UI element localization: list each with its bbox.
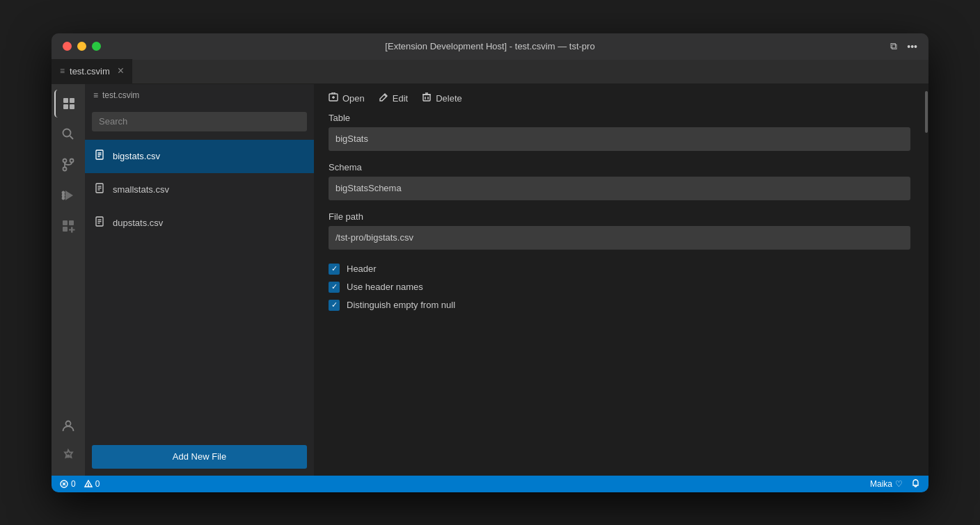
filepath-field: File path: [329, 211, 910, 250]
breadcrumb: ≡ test.csvim: [85, 84, 314, 106]
heart-icon: ♡: [895, 479, 903, 489]
add-new-file-button[interactable]: Add New File: [92, 445, 307, 469]
delete-icon: [422, 92, 432, 104]
sidebar-item-extensions[interactable]: [54, 212, 82, 240]
tab-close-button[interactable]: ×: [118, 65, 124, 77]
status-errors[interactable]: 0: [60, 479, 76, 489]
file-icon-dupstats: [95, 216, 106, 230]
schema-field: Schema: [329, 162, 910, 200]
file-name-dupstats: dupstats.csv: [113, 218, 163, 228]
sidebar-item-account[interactable]: [54, 412, 82, 439]
edit-icon: [379, 92, 388, 104]
sidebar-item-run[interactable]: [54, 181, 82, 209]
sidebar-item-source-control[interactable]: [54, 151, 82, 179]
tab-testcsvim[interactable]: ≡ test.csvim ×: [52, 59, 133, 83]
more-actions-icon[interactable]: •••: [907, 41, 917, 52]
file-list: bigstats.csv smallstats.csv: [85, 137, 314, 439]
search-container: [85, 106, 314, 137]
notification-icon: [911, 479, 920, 488]
open-label: Open: [342, 93, 365, 104]
table-input[interactable]: [329, 127, 910, 151]
file-name-bigstats: bigstats.csv: [113, 151, 160, 161]
svg-marker-10: [65, 191, 73, 200]
main-layout: ≡ test.csvim: [52, 84, 928, 476]
svg-rect-0: [63, 98, 68, 103]
checkbox-empty-box[interactable]: ✓: [329, 300, 340, 311]
checkboxes-section: ✓ Header ✓ Use header names ✓ Distinguis…: [315, 264, 924, 311]
svg-point-45: [88, 485, 88, 486]
split-editor-icon[interactable]: ⧉: [890, 40, 897, 52]
status-warnings[interactable]: 0: [84, 479, 100, 489]
error-icon: [60, 480, 68, 488]
close-button[interactable]: [63, 42, 72, 51]
open-action[interactable]: Open: [329, 92, 365, 104]
sidebar: ≡ test.csvim: [85, 84, 315, 476]
statusbar: 0 0 Maika ♡: [52, 476, 928, 492]
maximize-button[interactable]: [92, 42, 101, 51]
schema-label: Schema: [329, 162, 910, 172]
svg-rect-14: [63, 220, 68, 225]
file-item-dupstats[interactable]: dupstats.csv: [85, 207, 314, 240]
statusbar-left: 0 0: [60, 479, 100, 489]
open-icon: [329, 92, 338, 104]
file-icon-smallstats: [95, 183, 106, 197]
vscode-window: [Extension Development Host] - test.csvi…: [52, 33, 928, 492]
search-input[interactable]: [92, 112, 307, 131]
user-name: Maika: [870, 479, 892, 489]
svg-point-7: [70, 159, 74, 162]
edit-action[interactable]: Edit: [379, 92, 408, 104]
activity-bar-bottom: [54, 412, 82, 470]
checkbox-header-names-box[interactable]: ✓: [329, 282, 340, 293]
checkbox-header-label: Header: [347, 264, 377, 274]
delete-action[interactable]: Delete: [422, 92, 462, 104]
svg-point-13: [63, 197, 65, 199]
svg-rect-2: [63, 104, 68, 109]
status-notifications[interactable]: [911, 479, 920, 488]
svg-point-4: [63, 129, 71, 136]
checkbox-empty-check: ✓: [331, 300, 338, 309]
tab-file-icon: ≡: [60, 66, 65, 76]
checkbox-empty-label: Distinguish empty from null: [347, 300, 455, 310]
svg-point-8: [63, 167, 67, 170]
sidebar-item-explorer[interactable]: [54, 90, 82, 118]
checkbox-header-names-label: Use header names: [347, 282, 423, 292]
tabbar: ≡ test.csvim ×: [52, 60, 928, 84]
scrollbar-track[interactable]: [924, 84, 928, 476]
content-area: Open Edit: [315, 84, 924, 476]
file-icon-bigstats: [95, 150, 106, 163]
file-name-smallstats: smallstats.csv: [113, 184, 169, 195]
minimize-button[interactable]: [77, 42, 86, 51]
file-item-bigstats[interactable]: bigstats.csv: [85, 140, 314, 173]
scrollbar-thumb[interactable]: [925, 91, 928, 133]
checkbox-header[interactable]: ✓ Header: [329, 264, 910, 275]
svg-point-18: [67, 454, 70, 458]
table-label: Table: [329, 113, 910, 123]
svg-point-11: [63, 191, 65, 193]
breadcrumb-label: test.csvim: [102, 90, 139, 100]
sidebar-item-search[interactable]: [54, 120, 82, 148]
svg-rect-16: [63, 227, 68, 232]
titlebar-actions: ⧉ •••: [890, 40, 917, 52]
filepath-input[interactable]: [329, 226, 910, 250]
checkbox-header-names-check: ✓: [331, 282, 338, 291]
window-controls: [63, 42, 101, 51]
checkbox-header-box[interactable]: ✓: [329, 264, 340, 275]
svg-point-17: [66, 421, 71, 426]
status-user[interactable]: Maika ♡: [870, 479, 903, 489]
svg-point-6: [63, 159, 67, 162]
window-title: [Extension Development Host] - test.csvi…: [385, 41, 594, 51]
activity-bar: [52, 84, 85, 476]
checkbox-use-header-names[interactable]: ✓ Use header names: [329, 282, 910, 293]
file-item-smallstats[interactable]: smallstats.csv: [85, 173, 314, 207]
schema-input[interactable]: [329, 177, 910, 200]
warning-count: 0: [95, 479, 100, 489]
svg-rect-3: [70, 104, 74, 109]
content-toolbar: Open Edit: [315, 84, 924, 113]
delete-label: Delete: [436, 93, 462, 104]
sidebar-item-settings[interactable]: [54, 442, 82, 470]
table-field: Table: [329, 113, 910, 151]
checkbox-distinguish-empty[interactable]: ✓ Distinguish empty from null: [329, 300, 910, 311]
checkbox-header-check: ✓: [331, 264, 338, 273]
titlebar: [Extension Development Host] - test.csvi…: [52, 33, 928, 60]
error-count: 0: [71, 479, 76, 489]
